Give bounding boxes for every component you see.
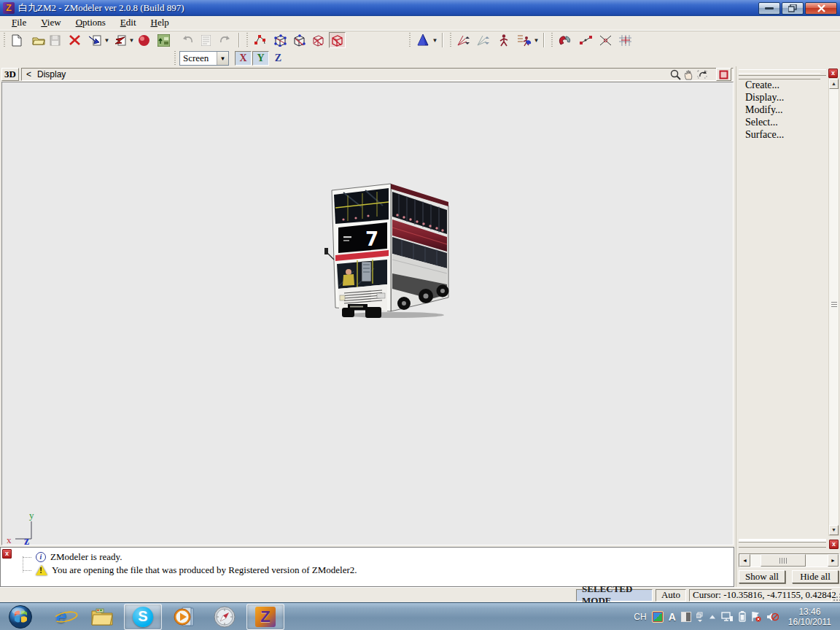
axes-toolbar-grip[interactable] <box>174 51 177 66</box>
toolbar-grip[interactable] <box>3 33 7 47</box>
vertices-level-button[interactable] <box>252 32 268 48</box>
auto-indicator[interactable]: Auto <box>656 589 686 602</box>
axis-x-button[interactable]: X <box>235 51 252 66</box>
scroll-down-button[interactable]: ▼ <box>829 525 839 535</box>
panel-horizontal-scrollbar[interactable]: ◄ ► <box>739 553 839 567</box>
panel-item-modify[interactable]: Modify... <box>745 104 783 116</box>
redo-button[interactable] <box>216 32 233 48</box>
close-button[interactable] <box>805 2 837 15</box>
panel-item-display[interactable]: Display... <box>745 92 784 104</box>
menu-edit[interactable]: Edit <box>113 16 144 30</box>
taskbar-ie-button[interactable]: e <box>42 604 80 630</box>
zoom-tool-icon[interactable] <box>670 69 681 80</box>
render-button[interactable] <box>136 32 152 48</box>
orbit-tool-icon[interactable] <box>696 69 708 80</box>
panel-item-create[interactable]: Create... <box>745 79 779 91</box>
language-indicator[interactable]: CH <box>634 612 646 622</box>
sort-down-button[interactable] <box>475 32 491 48</box>
scroll-up-button[interactable]: ▲ <box>829 79 839 89</box>
edges-level-button[interactable] <box>272 32 289 48</box>
pan-tool-icon[interactable] <box>683 69 694 80</box>
bus-model[interactable]: 7 <box>322 178 460 320</box>
taskbar-skype-button[interactable]: S <box>124 604 162 630</box>
menu-help[interactable]: Help <box>144 16 176 30</box>
ime-icon[interactable] <box>652 611 664 623</box>
taskbar-safari-button[interactable] <box>206 604 244 630</box>
taskbar-clock[interactable]: 13:46 16/10/2011 <box>784 607 836 627</box>
prim-toolbar-grip[interactable] <box>408 33 412 47</box>
import-button[interactable] <box>86 32 103 48</box>
menu-options[interactable]: Options <box>69 16 113 30</box>
create-primitive-button[interactable] <box>414 32 431 48</box>
menu-file[interactable]: File <box>4 16 34 30</box>
space-selector-dropdown-icon[interactable]: ▼ <box>217 52 228 65</box>
show-hidden-icons-button[interactable] <box>709 615 716 619</box>
polygons-level-button[interactable] <box>310 32 327 48</box>
scroll-left-button[interactable]: ◄ <box>739 554 750 567</box>
selected-mode-indicator[interactable]: SELECTED MODE <box>576 589 653 602</box>
taskbar-zmodeler-button[interactable]: Z <box>246 604 284 630</box>
viewport-canvas[interactable]: 7 <box>1 82 734 545</box>
level-toolbar-grip[interactable] <box>246 33 249 47</box>
volume-muted-icon[interactable] <box>766 612 779 622</box>
snap-intersection-button[interactable] <box>597 32 614 48</box>
delete-button[interactable] <box>66 32 83 48</box>
restore-button[interactable] <box>782 2 804 15</box>
taskbar-explorer-button[interactable] <box>83 604 121 630</box>
input-mode-indicator[interactable]: A <box>669 611 676 623</box>
hide-all-button[interactable]: Hide all <box>792 570 839 583</box>
hscroll-thumb[interactable] <box>761 554 806 567</box>
create-primitive-dropdown[interactable]: ▼ <box>431 32 439 48</box>
new-file-button[interactable] <box>9 32 26 48</box>
panel-bottom-close-button[interactable]: x <box>829 540 839 549</box>
log-close-button[interactable]: x <box>2 549 12 559</box>
animate-figure-button[interactable] <box>496 32 513 48</box>
viewport-back-arrow[interactable]: < <box>26 69 31 79</box>
taskbar-media-player-button[interactable] <box>165 604 203 630</box>
undo-button[interactable] <box>179 32 196 48</box>
resize-grip[interactable] <box>832 592 840 602</box>
snap-grid-button[interactable] <box>617 32 634 48</box>
snap-vertices-button[interactable] <box>578 32 594 48</box>
magnet-snap-button[interactable] <box>556 32 573 48</box>
menu-view[interactable]: View <box>34 16 68 30</box>
viewport-title-strip[interactable]: < Display <box>21 68 734 81</box>
panel-bottom-grip[interactable] <box>739 539 826 548</box>
open-file-button[interactable] <box>30 32 47 48</box>
show-all-button[interactable]: Show all <box>739 570 785 583</box>
battery-icon[interactable] <box>739 611 746 622</box>
panel-item-select[interactable]: Select... <box>745 117 778 128</box>
animation-dropdown[interactable]: ▼ <box>532 32 540 48</box>
panel-vertical-scrollbar[interactable]: ▲ ▼ <box>828 78 839 536</box>
sort-up-button[interactable] <box>455 32 472 48</box>
maximize-viewport-icon[interactable] <box>719 70 728 79</box>
network-icon[interactable] <box>721 612 734 622</box>
animation-tools-button[interactable] <box>516 32 532 48</box>
panel-close-button[interactable]: x <box>828 69 838 78</box>
objects-level-button[interactable] <box>329 32 346 48</box>
material-editor-button[interactable] <box>155 32 172 48</box>
snap-toolbar-grip[interactable] <box>551 33 554 47</box>
export-button[interactable] <box>111 32 128 48</box>
save-button[interactable] <box>47 32 63 48</box>
faces-level-button[interactable] <box>291 32 308 48</box>
history-button[interactable] <box>198 32 214 48</box>
action-center-flag-icon[interactable] <box>751 611 761 622</box>
language-bar-options-icon[interactable] <box>696 612 704 622</box>
viewport-mode-button[interactable]: 3D <box>1 68 19 81</box>
main-toolbar: ▼ ▼ <box>0 30 840 50</box>
scroll-right-button[interactable]: ► <box>828 554 839 567</box>
space-selector[interactable]: Screen ▼ <box>179 51 229 66</box>
panel-grip2[interactable] <box>739 73 820 79</box>
axis-z-button[interactable]: Z <box>270 51 287 66</box>
anim-toolbar-grip[interactable] <box>449 33 453 47</box>
export-dropdown[interactable]: ▼ <box>128 32 136 48</box>
title-bar[interactable]: Z 白九ZM2 - ZModeler ver 2.0.8 (Build 897) <box>0 0 840 16</box>
import-dropdown[interactable]: ▼ <box>103 32 111 48</box>
start-button[interactable] <box>1 604 39 630</box>
scrollbar-grip[interactable] <box>831 302 837 308</box>
minimize-button[interactable] <box>758 2 780 15</box>
language-bar-panel-icon[interactable] <box>681 612 691 622</box>
panel-item-surface[interactable]: Surface... <box>745 129 784 141</box>
axis-y-button[interactable]: Y <box>252 51 269 66</box>
